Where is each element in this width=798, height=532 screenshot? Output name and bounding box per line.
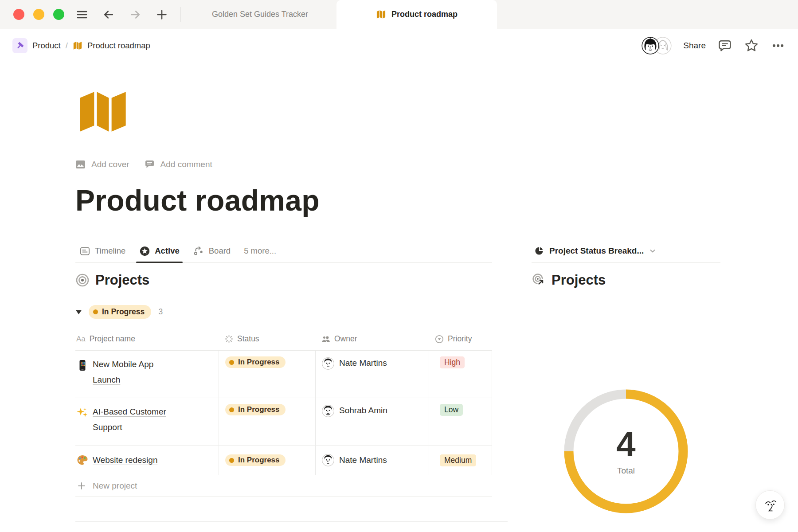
plus-icon bbox=[155, 8, 168, 21]
favorite-button[interactable] bbox=[744, 38, 759, 53]
group-count: 3 bbox=[158, 307, 163, 317]
column-header-status[interactable]: Status bbox=[219, 334, 316, 344]
target-icon bbox=[75, 273, 90, 287]
section-title[interactable]: Projects bbox=[552, 272, 606, 288]
page-title[interactable]: Product roadmap bbox=[75, 184, 798, 217]
star-icon bbox=[744, 38, 759, 53]
breadcrumb-separator: / bbox=[66, 41, 68, 51]
phone-emoji-icon bbox=[76, 359, 89, 372]
pie-chart-icon bbox=[534, 246, 544, 256]
status-pill[interactable]: In Progress bbox=[225, 404, 286, 415]
priority-tag[interactable]: Low bbox=[440, 404, 463, 416]
forward-arrow-icon bbox=[129, 8, 142, 21]
column-header-owner[interactable]: Owner bbox=[316, 334, 429, 344]
browser-tab-bar: Golden Set Guides Tracker Product roadma… bbox=[0, 0, 798, 29]
workspace-icon[interactable] bbox=[12, 38, 27, 53]
group-toggle[interactable] bbox=[75, 309, 89, 315]
priority-tag[interactable]: Medium bbox=[440, 454, 476, 466]
column-label: Project name bbox=[90, 334, 135, 344]
priority-cell: Medium bbox=[429, 446, 492, 475]
status-cell: In Progress bbox=[219, 351, 316, 398]
share-button[interactable]: Share bbox=[683, 41, 706, 51]
column-header-name[interactable]: Aa Project name bbox=[75, 334, 219, 344]
page-body: Add cover Add comment Product roadmap Ti… bbox=[0, 87, 798, 522]
section-title[interactable]: Projects bbox=[95, 272, 149, 288]
image-icon bbox=[75, 160, 86, 169]
more-options-button[interactable] bbox=[771, 38, 786, 53]
tab-separator bbox=[180, 7, 181, 22]
window-minimize-button[interactable] bbox=[33, 9, 44, 20]
chart-view-selector[interactable]: Project Status Breakd... bbox=[532, 239, 659, 262]
add-cover-button[interactable]: Add cover bbox=[75, 160, 129, 169]
priority-tag[interactable]: High bbox=[440, 356, 465, 368]
tab-active[interactable]: Active bbox=[135, 239, 184, 262]
project-link[interactable]: New Mobile App Launch bbox=[93, 356, 175, 387]
owner-cell[interactable]: Nate Martins bbox=[316, 446, 429, 475]
target-arrow-icon bbox=[532, 273, 546, 287]
column-header-priority[interactable]: Priority bbox=[429, 334, 492, 344]
section-divider bbox=[75, 521, 508, 522]
triangle-down-icon bbox=[75, 309, 82, 315]
comment-icon bbox=[717, 38, 732, 53]
donut-total-value: 4 bbox=[616, 427, 635, 462]
view-tabs: Timeline Active Board 5 more... bbox=[75, 239, 492, 263]
add-cover-label: Add cover bbox=[91, 160, 129, 169]
palette-emoji-icon bbox=[76, 454, 89, 466]
status-label: In Progress bbox=[238, 358, 280, 367]
breadcrumb-workspace[interactable]: Product bbox=[32, 41, 61, 51]
window-close-button[interactable] bbox=[13, 9, 24, 20]
new-tab-button[interactable] bbox=[153, 6, 171, 23]
new-project-button[interactable]: New project bbox=[75, 475, 492, 497]
more-views-button[interactable]: 5 more... bbox=[240, 246, 280, 256]
column-label: Status bbox=[237, 334, 259, 344]
avatar bbox=[322, 405, 334, 417]
text-icon: Aa bbox=[76, 335, 86, 344]
status-pill[interactable]: In Progress bbox=[225, 356, 286, 368]
priority-cell: High bbox=[429, 351, 492, 398]
status-dot bbox=[229, 458, 234, 463]
status-cell: In Progress bbox=[219, 398, 316, 445]
ai-assistant-button[interactable] bbox=[755, 490, 785, 520]
tab-board[interactable]: Board bbox=[189, 239, 235, 262]
comment-bubble-icon bbox=[145, 160, 155, 169]
map-icon bbox=[73, 41, 82, 51]
collaborator-avatars[interactable] bbox=[642, 37, 672, 55]
status-donut: 4 Total bbox=[564, 389, 688, 513]
status-label: In Progress bbox=[238, 405, 280, 414]
tab-timeline[interactable]: Timeline bbox=[75, 239, 129, 262]
people-icon bbox=[321, 335, 330, 344]
page-icon-map[interactable] bbox=[75, 87, 130, 137]
content-columns: Timeline Active Board 5 more... Projects bbox=[75, 239, 798, 522]
sparkles-emoji-icon bbox=[76, 407, 89, 419]
browser-tab-active[interactable]: Product roadmap bbox=[336, 0, 497, 29]
column-label: Owner bbox=[334, 334, 357, 344]
owner-name: Sohrab Amin bbox=[339, 406, 387, 415]
project-name-cell[interactable]: AI-Based Customer Support bbox=[75, 398, 219, 445]
status-pill[interactable]: In Progress bbox=[225, 454, 286, 466]
breadcrumb-page[interactable]: Product roadmap bbox=[87, 41, 150, 51]
browser-tab-inactive[interactable]: Golden Set Guides Tracker bbox=[184, 0, 336, 29]
hamburger-icon bbox=[75, 8, 89, 21]
comments-button[interactable] bbox=[717, 38, 732, 53]
breadcrumb: Product / Product roadmap bbox=[12, 38, 150, 53]
project-link[interactable]: AI-Based Customer Support bbox=[93, 404, 175, 435]
add-comment-button[interactable]: Add comment bbox=[145, 160, 212, 169]
window-zoom-button[interactable] bbox=[53, 9, 64, 20]
owner-cell[interactable]: Nate Martins bbox=[316, 351, 429, 398]
new-project-label: New project bbox=[93, 481, 137, 491]
project-name-cell[interactable]: New Mobile App Launch bbox=[75, 351, 219, 398]
forward-button[interactable] bbox=[126, 6, 144, 23]
chevron-down-icon bbox=[649, 247, 656, 254]
group-status-pill[interactable]: In Progress bbox=[89, 305, 151, 319]
tab-label: Board bbox=[209, 246, 231, 256]
chart-view-tabs: Project Status Breakd... bbox=[532, 239, 720, 263]
project-name-cell[interactable]: Website redesign bbox=[75, 446, 219, 475]
owner-cell[interactable]: Sohrab Amin bbox=[316, 398, 429, 445]
donut-total-label: Total bbox=[617, 466, 635, 476]
back-button[interactable] bbox=[100, 6, 117, 23]
avatar bbox=[322, 454, 334, 466]
projects-table-section: Timeline Active Board 5 more... Projects bbox=[75, 239, 492, 522]
star-circle-icon bbox=[139, 246, 150, 257]
project-link[interactable]: Website redesign bbox=[93, 452, 157, 468]
sidebar-menu-button[interactable] bbox=[73, 6, 91, 23]
